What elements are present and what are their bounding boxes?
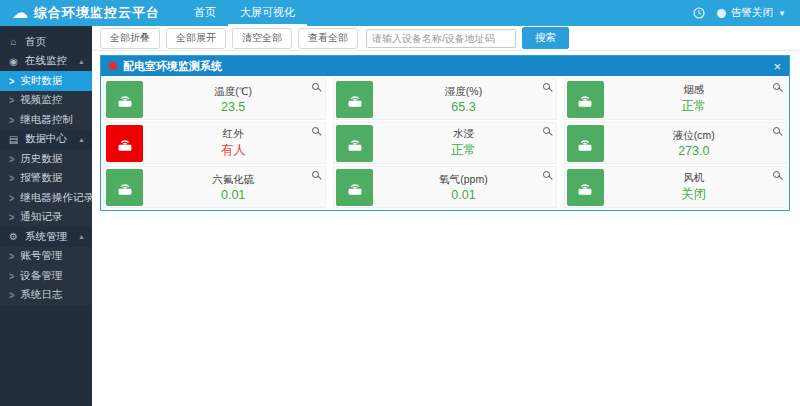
magnifier-icon[interactable] xyxy=(773,83,780,90)
sensor-device-icon xyxy=(567,169,604,206)
sensor-name: 氧气(ppm) xyxy=(373,173,553,187)
sensor-value: 273.0 xyxy=(604,144,784,158)
nav-item-home[interactable]: 首页 xyxy=(182,0,228,26)
sidebar-item-home[interactable]: ⌂ 首页 xyxy=(0,32,92,52)
magnifier-icon[interactable] xyxy=(543,127,550,134)
sensor-device-icon xyxy=(567,81,604,118)
magnifier-icon[interactable] xyxy=(543,171,550,178)
sensor-name: 烟感 xyxy=(604,83,784,97)
sidebar-group-data-center[interactable]: ▤ 数据中心 ▲ xyxy=(0,130,92,150)
chevron-up-icon: ▲ xyxy=(78,233,85,240)
device-panel-title: 配电室环境监测系统 xyxy=(123,59,222,74)
sensor-value: 0.01 xyxy=(143,188,323,202)
sidebar-item-relay-control[interactable]: > 继电器控制 xyxy=(0,110,92,130)
chevron-right-icon: > xyxy=(9,270,14,282)
magnifier-icon[interactable] xyxy=(773,171,780,178)
sidebar-item-account-mgmt[interactable]: > 账号管理 xyxy=(0,247,92,267)
magnifier-icon[interactable] xyxy=(312,83,319,90)
device-panel-header: 配电室环境监测系统 × xyxy=(101,56,789,76)
sensor-card-oxygen: 氧气(ppm) 0.01 xyxy=(333,166,556,208)
main-content: 全部折叠 全部展开 清空全部 查看全部 搜索 配电室环境监测系统 × 温度(℃)… xyxy=(92,26,800,406)
top-header: ☁ 综合环境监控云平台 首页 大屏可视化 告警关闭 ▼ xyxy=(0,0,800,26)
collapse-all-button[interactable]: 全部折叠 xyxy=(100,28,160,49)
sensor-card-temperature: 温度(℃) 23.5 xyxy=(103,78,326,120)
sensor-card-sf6: 六氟化硫 0.01 xyxy=(103,166,326,208)
search-button[interactable]: 搜索 xyxy=(522,27,569,49)
sidebar-item-relay-op-log[interactable]: > 继电器操作记录 xyxy=(0,188,92,208)
chevron-right-icon: > xyxy=(9,94,14,106)
magnifier-icon[interactable] xyxy=(543,83,550,90)
sensor-card-infrared: 红外 有人 xyxy=(103,122,326,164)
chevron-right-icon: > xyxy=(9,172,14,184)
sensor-name: 六氟化硫 xyxy=(143,173,323,187)
chevron-right-icon: > xyxy=(9,192,14,204)
sidebar-item-notice-log[interactable]: > 通知记录 xyxy=(0,208,92,228)
clock-icon[interactable] xyxy=(693,7,705,19)
sensor-device-icon xyxy=(336,81,373,118)
sensor-device-icon xyxy=(567,125,604,162)
gear-icon: ⚙ xyxy=(7,231,20,242)
monitor-icon: ◉ xyxy=(7,56,20,67)
device-status-icon xyxy=(109,62,117,70)
app-title: 综合环境监控云平台 xyxy=(34,4,160,22)
sensor-device-icon xyxy=(106,169,143,206)
sensor-card-liquid-level: 液位(cm) 273.0 xyxy=(564,122,787,164)
data-icon: ▤ xyxy=(7,134,20,145)
sidebar-item-alarm-data[interactable]: > 报警数据 xyxy=(0,169,92,189)
sensor-card-fan: 风机 关闭 xyxy=(564,166,787,208)
sensor-name: 湿度(%) xyxy=(373,85,553,99)
clear-all-button[interactable]: 清空全部 xyxy=(232,28,292,49)
sensor-value: 关闭 xyxy=(604,186,784,203)
sidebar-group-system-mgmt[interactable]: ⚙ 系统管理 ▲ xyxy=(0,227,92,247)
sidebar-item-device-mgmt[interactable]: > 设备管理 xyxy=(0,266,92,286)
chevron-up-icon: ▲ xyxy=(78,136,85,143)
sensor-value: 0.01 xyxy=(373,188,553,202)
chevron-right-icon: > xyxy=(9,153,14,165)
sensor-card-smoke: 烟感 正常 xyxy=(564,78,787,120)
top-nav: 首页 大屏可视化 xyxy=(182,0,307,26)
sidebar-group-online-monitor[interactable]: ◉ 在线监控 ▲ xyxy=(0,52,92,72)
sensor-device-icon xyxy=(106,125,143,162)
view-all-button[interactable]: 查看全部 xyxy=(298,28,358,49)
sensor-card-humidity: 湿度(%) 65.3 xyxy=(333,78,556,120)
search-input[interactable] xyxy=(366,29,516,48)
sensor-device-icon xyxy=(106,81,143,118)
nav-item-bigscreen[interactable]: 大屏可视化 xyxy=(228,0,307,26)
chevron-up-icon: ▲ xyxy=(78,58,85,65)
toolbar: 全部折叠 全部展开 清空全部 查看全部 搜索 xyxy=(92,26,800,51)
chevron-right-icon: > xyxy=(9,250,14,262)
sidebar-item-video-monitor[interactable]: > 视频监控 xyxy=(0,91,92,111)
sensor-value: 正常 xyxy=(373,142,553,159)
alarm-toggle-label: 告警关闭 xyxy=(731,6,773,20)
chevron-right-icon: > xyxy=(9,211,14,223)
alarm-toggle-dropdown[interactable]: 告警关闭 ▼ xyxy=(717,6,786,20)
sidebar-item-history-data[interactable]: > 历史数据 xyxy=(0,149,92,169)
magnifier-icon[interactable] xyxy=(312,171,319,178)
sensor-cards-grid: 温度(℃) 23.5 湿度(%) 65.3 xyxy=(101,76,789,210)
sensor-device-icon xyxy=(336,125,373,162)
sensor-name: 水浸 xyxy=(373,127,553,141)
sensor-value: 正常 xyxy=(604,98,784,115)
sensor-value: 65.3 xyxy=(373,100,553,114)
magnifier-icon[interactable] xyxy=(312,127,319,134)
sidebar-item-system-log[interactable]: > 系统日志 xyxy=(0,286,92,306)
sensor-name: 红外 xyxy=(143,127,323,141)
expand-all-button[interactable]: 全部展开 xyxy=(166,28,226,49)
sensor-value: 有人 xyxy=(143,142,323,159)
close-icon[interactable]: × xyxy=(773,60,781,73)
header-right: 告警关闭 ▼ xyxy=(693,6,800,20)
sensor-value: 23.5 xyxy=(143,100,323,114)
alarm-status-icon xyxy=(717,9,726,18)
sensor-card-water-leak: 水浸 正常 xyxy=(333,122,556,164)
chevron-down-icon: ▼ xyxy=(778,9,786,18)
home-icon: ⌂ xyxy=(7,36,20,47)
sidebar-item-realtime-data[interactable]: > 实时数据 xyxy=(0,71,92,91)
chevron-right-icon: > xyxy=(9,75,14,87)
sidebar: ⌂ 首页 ◉ 在线监控 ▲ > 实时数据 > 视频监控 > 继电器控制 ▤ 数据… xyxy=(0,26,92,406)
chevron-right-icon: > xyxy=(9,114,14,126)
cloud-logo-icon: ☁ xyxy=(0,0,34,26)
sensor-name: 风机 xyxy=(604,171,784,185)
device-panel: 配电室环境监测系统 × 温度(℃) 23.5 湿度(%) xyxy=(100,55,790,211)
magnifier-icon[interactable] xyxy=(773,127,780,134)
sensor-device-icon xyxy=(336,169,373,206)
